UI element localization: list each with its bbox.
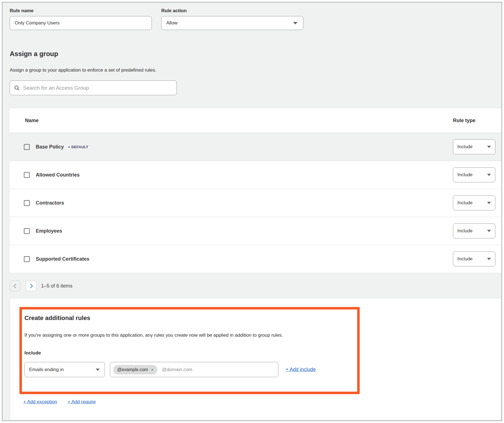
pagination-range-text: 1–5 of 6 items	[41, 283, 72, 289]
email-domain-chip: @example.com ×	[113, 365, 157, 374]
group-name: Employees	[36, 228, 62, 234]
rule-name-label: Rule name	[10, 8, 152, 14]
access-group-search[interactable]	[10, 80, 177, 95]
rule-type-select[interactable]: Include	[453, 195, 495, 210]
chevron-right-icon	[28, 284, 33, 288]
rule-action-select[interactable]: Allow	[161, 16, 303, 30]
rule-type-value: Include	[457, 256, 473, 262]
add-include-link[interactable]: + Add include	[286, 367, 316, 372]
row-checkbox[interactable]	[24, 228, 30, 234]
rule-type-select[interactable]: Include	[453, 251, 495, 266]
table-row: Employees Include	[10, 217, 502, 245]
rule-links-row: + Add exception + Add require	[23, 399, 501, 405]
additional-rules-card: Create additional rules If you're assign…	[10, 298, 502, 420]
column-header-rule-type: Rule type	[453, 118, 502, 124]
include-section-label: Include	[24, 350, 352, 356]
group-name: Supported Certificates	[36, 256, 89, 262]
rule-action-label: Rule action	[161, 8, 303, 14]
rule-action-field-group: Rule action Allow	[161, 8, 303, 30]
table-row: Contractors Include	[10, 189, 502, 217]
rule-criteria-value: Emails ending in	[29, 367, 64, 372]
include-rule-builder: Emails ending in @example.com × + Add in…	[24, 362, 352, 377]
add-require-link[interactable]: + Add require	[67, 399, 96, 405]
chevron-down-icon	[487, 174, 491, 176]
page-frame: Rule name Rule action Allow Assign a gro…	[2, 2, 502, 421]
table-row: Allowed Countries Include	[10, 161, 502, 189]
page-content: Rule name Rule action Allow Assign a gro…	[2, 2, 502, 420]
rule-type-value: Include	[457, 172, 473, 178]
group-name: Allowed Countries	[36, 172, 80, 178]
row-checkbox[interactable]	[24, 144, 30, 150]
row-checkbox[interactable]	[24, 172, 30, 178]
table-row: Supported Certificates Include	[10, 245, 502, 273]
chevron-down-icon	[487, 146, 491, 148]
rule-value-input-wrapper[interactable]: @example.com ×	[110, 362, 278, 377]
domain-input[interactable]	[162, 367, 275, 372]
rule-type-value: Include	[457, 228, 473, 234]
access-groups-table: Name Rule type Base Policy • DEFAULT Inc…	[10, 108, 502, 273]
rule-type-value: Include	[457, 144, 473, 150]
group-name: Base Policy	[36, 144, 64, 150]
assign-group-description: Assign a group to your application to en…	[10, 67, 502, 73]
chip-label: @example.com	[117, 367, 148, 372]
previous-page-button[interactable]	[10, 281, 20, 291]
chevron-down-icon	[293, 22, 298, 24]
rule-criteria-select[interactable]: Emails ending in	[24, 362, 105, 377]
assign-group-heading: Assign a group	[10, 50, 502, 58]
chevron-down-icon	[487, 202, 491, 204]
chevron-down-icon	[96, 369, 100, 371]
rule-type-select[interactable]: Include	[453, 139, 495, 154]
table-header: Name Rule type	[10, 108, 502, 133]
rule-type-select[interactable]: Include	[453, 167, 495, 182]
group-name: Contractors	[36, 200, 64, 206]
table-row: Base Policy • DEFAULT Include	[10, 133, 502, 161]
remove-chip-icon[interactable]: ×	[151, 367, 153, 372]
chevron-down-icon	[487, 230, 491, 232]
rule-type-value: Include	[457, 200, 473, 206]
search-icon	[14, 85, 20, 91]
badge-label: DEFAULT	[71, 145, 88, 149]
rule-type-select[interactable]: Include	[453, 223, 495, 238]
highlight-annotation-box: Create additional rules If you're assign…	[19, 307, 360, 394]
additional-rules-heading: Create additional rules	[24, 314, 352, 322]
chevron-left-icon	[13, 284, 18, 288]
rule-form: Rule name Rule action Allow	[10, 8, 502, 30]
default-badge: • DEFAULT	[68, 145, 88, 149]
rule-action-value: Allow	[166, 20, 178, 26]
rule-name-field-group: Rule name	[10, 8, 152, 30]
next-page-button[interactable]	[26, 281, 36, 291]
column-header-name: Name	[10, 118, 453, 124]
badge-dot-icon: •	[68, 145, 70, 149]
row-checkbox[interactable]	[24, 200, 30, 206]
add-exception-link[interactable]: + Add exception	[23, 399, 57, 405]
rule-name-input[interactable]	[10, 16, 152, 30]
additional-rules-description: If you're assigning one or more groups t…	[24, 332, 352, 339]
pagination: 1–5 of 6 items	[10, 281, 502, 291]
search-input[interactable]	[23, 85, 172, 91]
row-checkbox[interactable]	[24, 256, 30, 262]
chevron-down-icon	[487, 258, 491, 260]
